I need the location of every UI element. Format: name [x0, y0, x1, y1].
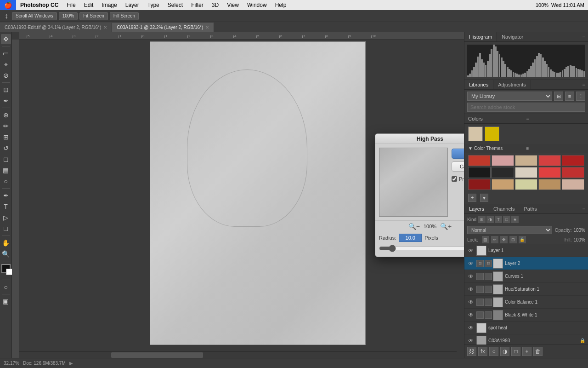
menu-select[interactable]: Select	[164, 0, 187, 10]
zoom-100-button[interactable]: 100%	[59, 12, 78, 20]
color-themes-menu[interactable]: ≡	[526, 146, 585, 151]
lasso-tool[interactable]: ⌖	[1, 59, 11, 69]
gradient-tool[interactable]: ▤	[1, 165, 11, 175]
marquee-tool[interactable]: ▭	[1, 48, 11, 58]
tab-navigator[interactable]: Navigator	[497, 32, 528, 41]
menu-view[interactable]: View	[223, 0, 243, 10]
eraser-tool[interactable]: ◻	[1, 154, 11, 164]
fit-screen-button[interactable]: Fit Screen	[79, 12, 108, 20]
lock-move-icon[interactable]: ✥	[500, 236, 508, 243]
theme-swatch-2[interactable]	[492, 155, 514, 166]
library-search[interactable]	[467, 103, 585, 112]
lock-all-icon[interactable]: 🔒	[519, 236, 526, 243]
layer-visibility-c03a1993[interactable]: 👁	[467, 337, 475, 345]
brush-tool[interactable]: ✏	[1, 121, 11, 131]
theme-swatch-6[interactable]	[468, 167, 491, 178]
theme-swatch-8[interactable]	[515, 167, 537, 178]
foreground-swatch[interactable]	[468, 126, 483, 141]
link-layers-button[interactable]: ⛓	[467, 347, 476, 356]
theme-swatch-14[interactable]	[538, 179, 561, 190]
tab-document-1[interactable]: C03A1993-Edit.tif @ 34.1% (Layer 2, RGB/…	[0, 23, 112, 32]
layer-row-layer2[interactable]: 👁 ⊡ ⛓ Layer 2	[464, 257, 588, 270]
radius-slider[interactable]	[379, 245, 464, 252]
theme-swatch-1[interactable]	[468, 155, 491, 166]
dialog-zoom-in-button[interactable]: 🔍+	[440, 223, 452, 230]
screen-mode-tool[interactable]: ▣	[1, 296, 11, 306]
pen-tool[interactable]: ✒	[1, 190, 11, 201]
background-color[interactable]	[6, 269, 12, 275]
layer-row-color-balance1[interactable]: 👁 Color Balance 1	[464, 296, 588, 309]
delete-layer-button[interactable]: 🗑	[533, 347, 543, 356]
layer-row-bw1[interactable]: 👁 Black & White 1	[464, 309, 588, 322]
layer-row-curves1[interactable]: 👁 Curves 1	[464, 270, 588, 283]
type-tool[interactable]: T	[1, 201, 11, 212]
tab-document-2[interactable]: C03A1993-1 @ 32.2% (Layer 2, RGB/16*) ✕	[112, 23, 214, 32]
stamp-tool[interactable]: ⊞	[1, 132, 11, 142]
menu-photoshop[interactable]: Photoshop CC	[16, 0, 62, 10]
menu-3d[interactable]: 3D	[208, 0, 223, 10]
kind-type-icon[interactable]: T	[495, 216, 502, 223]
lock-transparency-icon[interactable]: ▨	[482, 236, 489, 243]
radius-input[interactable]	[399, 234, 422, 242]
histogram-menu-icon[interactable]: ≡	[580, 32, 588, 41]
adjustment-layer-button[interactable]: ◑	[500, 347, 509, 356]
layer-style-button[interactable]: fx	[478, 347, 487, 356]
menu-filter[interactable]: Filter	[187, 0, 208, 10]
colors-menu-icon[interactable]: ≡	[526, 116, 585, 121]
dialog-ok-button[interactable]: OK	[452, 149, 464, 159]
theme-swatch-12[interactable]	[492, 179, 514, 190]
path-select-tool[interactable]: ▷	[1, 213, 11, 223]
dialog-cancel-button[interactable]: Cancel	[452, 161, 464, 172]
library-list-view[interactable]: ≡	[565, 92, 574, 101]
quick-mask-tool[interactable]: ○	[1, 282, 11, 292]
tab-channels[interactable]: Channels	[489, 204, 519, 213]
libraries-menu-icon[interactable]: ≡	[580, 80, 588, 89]
foreground-color[interactable]	[1, 264, 11, 273]
status-arrow[interactable]: ▶	[69, 361, 73, 366]
tab-layers[interactable]: Layers	[464, 204, 489, 213]
theme-swatch-13[interactable]	[515, 179, 537, 190]
history-brush-tool[interactable]: ↺	[1, 143, 11, 153]
layers-menu-icon[interactable]: ≡	[580, 204, 588, 213]
layer-visibility-bw1[interactable]: 👁	[467, 311, 475, 319]
dialog-zoom-out-button[interactable]: 🔍−	[408, 223, 420, 230]
tab-close-2[interactable]: ✕	[205, 25, 209, 30]
menu-edit[interactable]: Edit	[80, 0, 98, 10]
new-group-button[interactable]: □	[511, 347, 520, 356]
menu-type[interactable]: Type	[143, 0, 164, 10]
layer-mask-button[interactable]: ○	[489, 347, 498, 356]
theme-swatch-15[interactable]	[562, 179, 584, 190]
tab-libraries[interactable]: Libraries	[464, 80, 493, 89]
scroll-all-windows-button[interactable]: Scroll All Windows	[12, 12, 57, 20]
layer-row-spot-heal[interactable]: 👁 spot heal	[464, 322, 588, 334]
canvas-document[interactable]	[150, 41, 366, 345]
dialog-preview-checkbox[interactable]	[452, 176, 457, 182]
crop-tool[interactable]: ⊡	[1, 85, 11, 95]
menu-help[interactable]: Help	[271, 0, 291, 10]
quick-select-tool[interactable]: ⊘	[1, 70, 11, 80]
blend-mode-select[interactable]: Normal	[467, 226, 552, 234]
kind-smart-icon[interactable]: ★	[511, 216, 519, 223]
layer-row-c03a1993[interactable]: 👁 C03A1993 🔒	[464, 334, 588, 345]
zoom-tool[interactable]: 🔍	[1, 249, 11, 259]
library-grid-view[interactable]: ⊞	[554, 92, 563, 101]
library-dropdown[interactable]: My Library	[467, 92, 552, 101]
eyedropper-tool[interactable]: ✒	[1, 96, 11, 106]
add-color-theme-button[interactable]: +	[468, 194, 476, 202]
dialog-preview-area[interactable]	[379, 148, 448, 217]
tab-histogram[interactable]: Histogram	[464, 32, 497, 41]
menu-file[interactable]: File	[62, 0, 79, 10]
kind-pixel-icon[interactable]: ⊞	[478, 216, 486, 223]
library-options[interactable]: ⋮	[576, 92, 585, 101]
kind-adjust-icon[interactable]: ◑	[486, 216, 494, 223]
menu-layer[interactable]: Layer	[121, 0, 143, 10]
healing-tool[interactable]: ⊕	[1, 110, 11, 120]
fill-screen-button[interactable]: Fill Screen	[110, 12, 139, 20]
layer-visibility-layer1[interactable]: 👁	[467, 247, 475, 254]
color-theme-options[interactable]: ▼	[480, 194, 488, 202]
menu-window[interactable]: Window	[243, 0, 271, 10]
tab-close-1[interactable]: ✕	[103, 25, 107, 30]
hand-tool[interactable]: ✋	[1, 238, 11, 248]
layer-visibility-hue-sat1[interactable]: 👁	[467, 286, 475, 293]
background-swatch[interactable]	[485, 126, 499, 141]
